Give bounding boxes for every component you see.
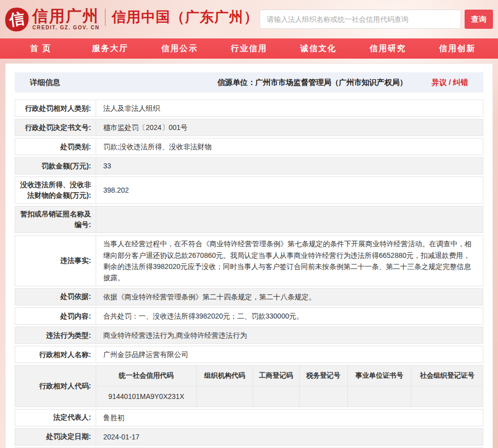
field-label: 行政相对人名称: [15,346,96,363]
nav-item-4[interactable]: 行业信用 [214,38,283,59]
field-value: 当事人在经营过程中，在不符合《商业特许经营管理条例》第七条规定的条件下开展商业特… [96,236,483,285]
brand-text: 信用广州 CREDIT. GZ. GOV. CN [32,8,100,30]
field-label: 处罚决定日期: [15,429,96,445]
field-label: 处罚类别: [15,139,96,155]
field-value: 2024-01-17 [96,429,483,445]
nav-item-7[interactable]: 信用创新 [423,38,492,59]
search-button[interactable]: 查询 [465,10,493,29]
codes-header-cell: 工商登记码 [253,366,299,386]
codes-header-cell: 组织机构代码 [197,366,253,386]
field-value: 商业特许经营违法行为,商业特许经营违法行为 [96,327,483,343]
codes-value-cell [299,386,348,407]
nav-item-3[interactable]: 信用公示 [145,38,214,59]
codes-header-cell: 统一社会信用代码 [96,366,197,386]
field-label: 暂扣或吊销证照名称及编号: [15,206,96,233]
table-row: 处罚决定日期:2024-01-17 [15,428,483,445]
table-row: 处罚内容:合共处罚：一、没收违法所得3982020元；二、罚款330000元。 [15,307,483,325]
detail-header: 详细信息 信源单位：广州市市场监督管理局（广州市知识产权局） 异议 / 纠错 [15,72,483,93]
field-label: 罚款金额(万元): [15,158,96,174]
source-unit-label: 信源单位：广州市市场监督管理局（广州市知识产权局） [217,78,407,87]
site-domain: CREDIT. GZ. GOV. CN [32,25,100,30]
codes-value-cell [411,386,483,407]
table-row: 违法事实:当事人在经营过程中，在不符合《商业特许经营管理条例》第七条规定的条件下… [15,235,483,286]
detail-header-right: 信源单位：广州市市场监督管理局（广州市知识产权局） 异议 / 纠错 [217,72,483,93]
codes-table: 统一社会信用代码组织机构代码工商登记码税务登记号事业单位证书号社会组织登记证号9… [96,366,483,406]
table-row: 违法行为类型:商业特许经营违法行为,商业特许经营违法行为 [15,327,483,344]
seal-character: 信 [8,8,26,31]
field-label: 行政相对人代码: [15,366,96,406]
nav-item-6[interactable]: 信用研究 [353,38,423,59]
search-input[interactable] [260,10,461,29]
table-row: 处罚依据:依据《商业特许经营管理条例》第二十四条规定，第二十八条规定。 [15,288,483,305]
field-value [96,206,483,233]
codes-value-cell: 91440101MA9Y0X231X [96,386,197,407]
search-bar: 查询 [260,10,493,29]
field-label: 违法事实: [15,236,96,285]
codes-value-cell [197,386,253,407]
field-label: 行政处罚决定书文号: [15,119,96,136]
table-row: 法定代表人:鲁胜初 [15,409,483,426]
field-value: 鲁胜初 [96,410,483,426]
field-label: 违法行为类型: [15,327,96,343]
field-value: 罚款;没收违法所得、没收非法财物 [96,139,483,155]
table-row: 暂扣或吊销证照名称及编号: [15,206,483,233]
brand-divider [105,9,106,26]
site-header: 信 信用广州 CREDIT. GZ. GOV. CN 信用中国（广东广州） 查询 [0,0,498,38]
field-value: 广州金莎品牌运营有限公司 [96,346,483,363]
field-label: 处罚依据: [15,289,96,305]
page-title: 详细信息 [30,78,60,87]
field-label: 没收违法所得、没收非法财物的金额(万元): [15,177,96,203]
codes-header-cell: 税务登记号 [299,366,348,386]
nav-item-1[interactable]: 首 页 [6,38,75,59]
field-label: 行政处罚相对人类别: [15,100,96,116]
field-label: 处罚内容: [15,308,96,324]
content-panel: 详细信息 信源单位：广州市市场监督管理局（广州市知识产权局） 异议 / 纠错 行… [5,63,493,448]
brand-seal-icon: 信 [4,6,30,32]
table-row: 行政相对人名称:广州金莎品牌运营有限公司 [15,346,483,363]
table-row: 没收违法所得、没收非法财物的金额(万元):398.202 [15,176,483,204]
codes-header-cell: 事业单位证书号 [348,366,411,386]
site-subtitle: 信用中国（广东广州） [112,8,259,27]
table-row: 处罚类别:罚款;没收违法所得、没收非法财物 [15,138,483,155]
field-value: 398.202 [96,177,483,203]
table-row: 行政处罚相对人类别:法人及非法人组织 [15,100,483,117]
nav-item-5[interactable]: 诚信文化 [284,38,353,59]
field-value: 依据《商业特许经营管理条例》第二十四条规定，第二十八条规定。 [96,289,483,305]
brand: 信 信用广州 CREDIT. GZ. GOV. CN 信用中国（广东广州） [5,8,259,31]
main-nav: 首 页服务大厅信用公示行业信用诚信文化信用研究信用创新 [0,38,498,59]
field-value: 穗市监处罚〔2024〕001号 [96,119,483,136]
field-value: 33 [96,158,483,174]
codes-value-cell [253,386,299,407]
detail-header-left: 详细信息 [15,72,60,93]
field-value: 合共处罚：一、没收违法所得3982020元；二、罚款330000元。 [96,308,483,324]
table-row: 行政处罚决定书文号:穗市监处罚〔2024〕001号 [15,119,483,136]
table-row: 行政相对人代码:统一社会信用代码组织机构代码工商登记码税务登记号事业单位证书号社… [15,365,483,407]
appeal-correction-link[interactable]: 异议 / 纠错 [431,78,468,87]
codes-value-cell [348,386,411,407]
codes-header-cell: 社会组织登记证号 [411,366,483,386]
detail-table: 行政处罚相对人类别:法人及非法人组织行政处罚决定书文号:穗市监处罚〔2024〕0… [15,100,483,448]
nav-item-2[interactable]: 服务大厅 [75,38,145,59]
field-value: 法人及非法人组织 [96,100,483,116]
field-label: 法定代表人: [15,410,96,426]
table-row: 罚款金额(万元):33 [15,157,483,174]
site-name: 信用广州 [32,8,100,24]
